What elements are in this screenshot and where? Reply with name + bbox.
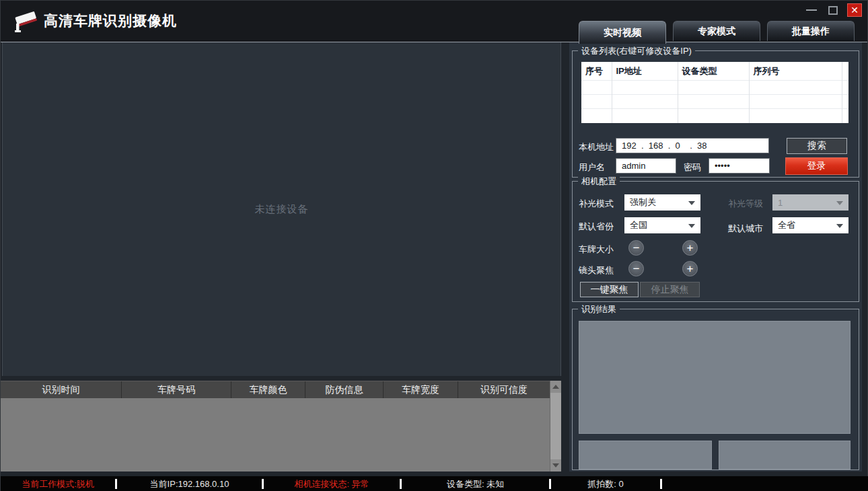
mode-tabs: 实时视频 专家模式 批量操作: [579, 21, 855, 44]
video-placeholder-text: 未连接设备: [255, 203, 309, 216]
fill-light-mode-value: 强制关: [630, 196, 656, 209]
device-table-row[interactable]: [581, 95, 848, 109]
username-label: 用户名: [579, 161, 605, 174]
login-button[interactable]: 登录: [785, 157, 848, 175]
tab-batch-operation[interactable]: 批量操作: [767, 21, 855, 41]
default-province-select[interactable]: 全国: [624, 217, 700, 233]
recognition-table-scrollbar[interactable]: [550, 381, 561, 471]
local-ip-input[interactable]: [616, 138, 769, 153]
lens-focus-plus-button[interactable]: +: [682, 261, 698, 276]
scroll-down-button[interactable]: [550, 459, 561, 471]
recognition-result-group-title: 识别结果: [578, 303, 620, 315]
recognition-table-header: 识别时间 车牌号码 车牌颜色 防伪信息 车牌宽度 识别可信度: [1, 381, 550, 398]
col-header-recognition-time[interactable]: 识别时间: [1, 381, 122, 398]
status-work-mode: 当前工作模式:脱机: [1, 478, 115, 490]
close-button[interactable]: ✕: [847, 3, 862, 17]
col-header-plate-number[interactable]: 车牌号码: [122, 381, 231, 398]
recognition-table: 识别时间 车牌号码 车牌颜色 防伪信息 车牌宽度 识别可信度: [1, 381, 561, 471]
default-city-select[interactable]: 全省: [772, 217, 848, 233]
fill-light-level-value: 1: [778, 198, 783, 208]
status-separator: [660, 479, 662, 489]
status-capture-count: 抓拍数: 0: [551, 478, 660, 490]
password-label: 密码: [684, 161, 701, 174]
maximize-icon: [828, 6, 838, 15]
chevron-down-icon: [688, 224, 695, 228]
status-device-type: 设备类型: 未知: [402, 478, 549, 490]
chevron-down-icon: [836, 224, 843, 228]
scroll-up-button[interactable]: [550, 381, 561, 393]
recognition-table-body: [1, 398, 550, 471]
plate-size-label: 车牌大小: [579, 243, 614, 256]
chevron-down-icon: [688, 201, 695, 205]
search-button[interactable]: 搜索: [787, 138, 847, 154]
plate-image-placeholder: [579, 441, 712, 469]
device-col-type[interactable]: 设备类型: [678, 62, 749, 81]
control-panel: 设备列表(右键可修改设备IP) 序号 IP地址 设备类型 序列号 本机地址 搜索…: [569, 42, 862, 471]
device-table-row[interactable]: [581, 81, 848, 95]
plate-result-placeholder: [719, 441, 851, 469]
status-current-ip: 当前IP:192.168.0.10: [117, 478, 262, 490]
fill-light-mode-select[interactable]: 强制关: [624, 194, 700, 211]
minimize-button[interactable]: [804, 3, 819, 17]
col-header-plate-color[interactable]: 车牌颜色: [231, 381, 305, 398]
video-preview-area[interactable]: 未连接设备: [2, 42, 561, 376]
arrow-up-icon: [552, 385, 559, 389]
device-table-row[interactable]: [581, 109, 848, 123]
tab-live-video[interactable]: 实时视频: [579, 21, 666, 44]
window-controls: ✕: [804, 3, 862, 17]
device-list-table[interactable]: 序号 IP地址 设备类型 序列号: [581, 62, 848, 123]
stop-focus-button: 停止聚焦: [640, 282, 700, 297]
status-bar: 当前工作模式:脱机 当前IP:192.168.0.10 相机连接状态: 异常 设…: [1, 476, 868, 491]
camera-config-group: 相机配置 补光模式 强制关 补光等级 1 默认省份 全国 默认城市 全省 车牌大…: [572, 181, 859, 302]
camera-logo-icon: [11, 6, 41, 36]
device-col-serial[interactable]: 序列号: [749, 62, 842, 81]
device-col-index[interactable]: 序号: [581, 62, 612, 81]
password-input[interactable]: [709, 158, 770, 174]
app-window: 高清车牌识别摄像机 ✕ 实时视频 专家模式 批量操作 未连接设备 识别时间 车牌…: [0, 0, 868, 491]
tab-expert-mode[interactable]: 专家模式: [673, 21, 760, 41]
fill-light-mode-label: 补光模式: [579, 198, 614, 210]
default-province-label: 默认省份: [579, 221, 614, 233]
device-list-group-title: 设备列表(右键可修改设备IP): [578, 45, 695, 57]
camera-config-group-title: 相机配置: [578, 176, 620, 188]
maximize-button[interactable]: [826, 3, 840, 17]
col-header-confidence[interactable]: 识别可信度: [458, 381, 550, 398]
one-key-focus-button[interactable]: 一键聚焦: [580, 282, 639, 297]
capture-image-placeholder: [579, 321, 851, 434]
col-header-plate-width[interactable]: 车牌宽度: [384, 381, 458, 398]
local-ip-label: 本机地址: [579, 141, 614, 153]
recognition-result-group: 识别结果: [572, 309, 859, 470]
default-city-value: 全省: [778, 219, 795, 231]
device-list-group: 设备列表(右键可修改设备IP) 序号 IP地址 设备类型 序列号 本机地址 搜索…: [572, 50, 859, 178]
col-header-antifake-info[interactable]: 防伪信息: [305, 381, 384, 398]
lens-focus-minus-button[interactable]: −: [628, 261, 644, 276]
fill-light-level-label: 补光等级: [728, 198, 763, 210]
lens-focus-label: 镜头聚焦: [579, 264, 614, 276]
chevron-down-icon: [836, 201, 843, 205]
device-col-ip[interactable]: IP地址: [612, 62, 678, 81]
plate-size-minus-button[interactable]: −: [628, 240, 644, 256]
default-province-value: 全国: [630, 219, 647, 231]
app-title: 高清车牌识别摄像机: [44, 11, 177, 30]
minimize-icon: [806, 9, 817, 11]
fill-light-level-select: 1: [772, 194, 848, 211]
status-camera-connection: 相机连接状态: 异常: [264, 478, 400, 490]
arrow-down-icon: [552, 463, 559, 467]
username-input[interactable]: [616, 158, 676, 174]
default-city-label: 默认城市: [728, 223, 763, 235]
plate-size-plus-button[interactable]: +: [682, 240, 698, 256]
